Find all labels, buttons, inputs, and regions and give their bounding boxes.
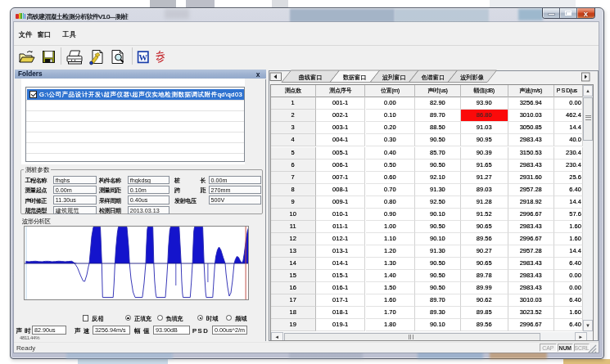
svg-text:曲线窗口: 曲线窗口 <box>299 74 323 81</box>
svg-text:波列窗口: 波列窗口 <box>382 74 406 81</box>
svg-text:W: W <box>139 53 148 62</box>
svg-text:数据窗口: 数据窗口 <box>343 74 367 81</box>
svg-text:波列影像: 波列影像 <box>460 74 484 81</box>
svg-text:色谱窗口: 色谱窗口 <box>421 74 445 81</box>
